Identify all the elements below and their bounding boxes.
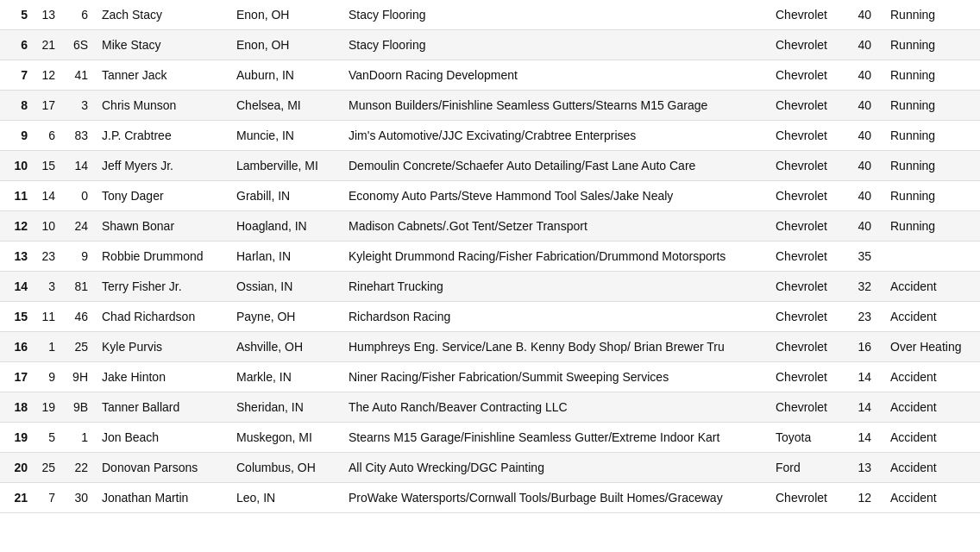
cell-5: All City Auto Wrecking/DGC Painting: [343, 453, 770, 483]
cell-1: 25: [33, 453, 60, 483]
cell-6: Chevrolet: [770, 30, 844, 60]
cell-2: 46: [60, 302, 93, 332]
cell-4: Markle, IN: [231, 362, 343, 392]
cell-0: 18: [0, 392, 33, 423]
cell-6: Ford: [770, 453, 844, 483]
cell-2: 41: [60, 60, 93, 91]
cell-7: 12: [844, 483, 876, 513]
cell-5: Jim's Automotive/JJC Excivating/Crabtree…: [343, 121, 770, 151]
cell-6: Chevrolet: [770, 242, 844, 272]
table-row: 11140Tony DagerGrabill, INEconomy Auto P…: [0, 181, 980, 211]
cell-1: 12: [33, 60, 60, 91]
table-row: 71241Tanner JackAuburn, INVanDoorn Racin…: [0, 60, 980, 91]
cell-1: 6: [33, 121, 60, 151]
cell-4: Harlan, IN: [231, 242, 343, 272]
cell-8: Over Heating: [876, 332, 980, 362]
cell-2: 1: [60, 423, 93, 453]
cell-4: Auburn, IN: [231, 60, 343, 91]
cell-5: VanDoorn Racing Development: [343, 60, 770, 91]
cell-1: 15: [33, 151, 60, 181]
cell-8: Running: [876, 211, 980, 242]
cell-8: Accident: [876, 423, 980, 453]
table-row: 1951Jon BeachMuskegon, MIStearns M15 Gar…: [0, 423, 980, 453]
cell-1: 23: [33, 242, 60, 272]
cell-6: Chevrolet: [770, 392, 844, 423]
cell-1: 13: [33, 0, 60, 30]
cell-2: 25: [60, 332, 93, 362]
cell-0: 5: [0, 0, 33, 30]
cell-4: Muskegon, MI: [231, 423, 343, 453]
cell-3: J.P. Crabtree: [93, 121, 231, 151]
cell-2: 9: [60, 242, 93, 272]
cell-6: Chevrolet: [770, 151, 844, 181]
cell-2: 24: [60, 211, 93, 242]
cell-6: Chevrolet: [770, 211, 844, 242]
cell-5: Humphreys Eng. Service/Lane B. Kenny Bod…: [343, 332, 770, 362]
cell-3: Terry Fisher Jr.: [93, 272, 231, 302]
cell-5: Niner Racing/Fisher Fabrication/Summit S…: [343, 362, 770, 392]
cell-3: Chris Munson: [93, 91, 231, 121]
cell-6: Toyota: [770, 423, 844, 453]
cell-2: 14: [60, 151, 93, 181]
cell-7: 40: [844, 0, 876, 30]
table-row: 14381Terry Fisher Jr.Ossian, INRinehart …: [0, 272, 980, 302]
cell-3: Mike Stacy: [93, 30, 231, 60]
cell-3: Tanner Ballard: [93, 392, 231, 423]
cell-5: ProWake Watersports/Cornwall Tools/Burba…: [343, 483, 770, 513]
cell-6: Chevrolet: [770, 362, 844, 392]
table-row: 101514Jeff Myers Jr.Lamberville, MIDemou…: [0, 151, 980, 181]
cell-8: Accident: [876, 483, 980, 513]
table-row: 16125Kyle PurvisAshville, OHHumphreys En…: [0, 332, 980, 362]
cell-8: Accident: [876, 272, 980, 302]
cell-6: Chevrolet: [770, 181, 844, 211]
cell-5: Stacy Flooring: [343, 30, 770, 60]
cell-1: 21: [33, 30, 60, 60]
cell-3: Kyle Purvis: [93, 332, 231, 362]
cell-4: Grabill, IN: [231, 181, 343, 211]
cell-3: Jeff Myers Jr.: [93, 151, 231, 181]
cell-1: 1: [33, 332, 60, 362]
cell-1: 19: [33, 392, 60, 423]
cell-5: Stacy Flooring: [343, 0, 770, 30]
table-row: 18199BTanner BallardSheridan, INThe Auto…: [0, 392, 980, 423]
cell-8: Running: [876, 30, 980, 60]
cell-6: Chevrolet: [770, 302, 844, 332]
cell-4: Payne, OH: [231, 302, 343, 332]
cell-7: 35: [844, 242, 876, 272]
cell-4: Enon, OH: [231, 0, 343, 30]
cell-6: Chevrolet: [770, 0, 844, 30]
cell-8: Running: [876, 181, 980, 211]
cell-7: 40: [844, 121, 876, 151]
cell-6: Chevrolet: [770, 60, 844, 91]
cell-5: Richardson Racing: [343, 302, 770, 332]
cell-8: Running: [876, 121, 980, 151]
cell-5: Economy Auto Parts/Steve Hammond Tool Sa…: [343, 181, 770, 211]
cell-0: 21: [0, 483, 33, 513]
cell-7: 14: [844, 392, 876, 423]
cell-3: Jonathan Martin: [93, 483, 231, 513]
cell-7: 13: [844, 453, 876, 483]
cell-6: Chevrolet: [770, 121, 844, 151]
cell-7: 40: [844, 211, 876, 242]
cell-0: 11: [0, 181, 33, 211]
cell-0: 16: [0, 332, 33, 362]
cell-8: Accident: [876, 392, 980, 423]
cell-0: 17: [0, 362, 33, 392]
cell-4: Hoagland, IN: [231, 211, 343, 242]
cell-8: Accident: [876, 362, 980, 392]
cell-0: 14: [0, 272, 33, 302]
cell-4: Lamberville, MI: [231, 151, 343, 181]
cell-7: 14: [844, 423, 876, 453]
cell-0: 15: [0, 302, 33, 332]
cell-3: Jake Hinton: [93, 362, 231, 392]
cell-2: 81: [60, 272, 93, 302]
cell-0: 9: [0, 121, 33, 151]
cell-7: 40: [844, 181, 876, 211]
cell-6: Chevrolet: [770, 332, 844, 362]
cell-8: Running: [876, 0, 980, 30]
cell-8: Running: [876, 151, 980, 181]
cell-0: 10: [0, 151, 33, 181]
cell-2: 83: [60, 121, 93, 151]
cell-8: [876, 242, 980, 272]
cell-4: Leo, IN: [231, 483, 343, 513]
